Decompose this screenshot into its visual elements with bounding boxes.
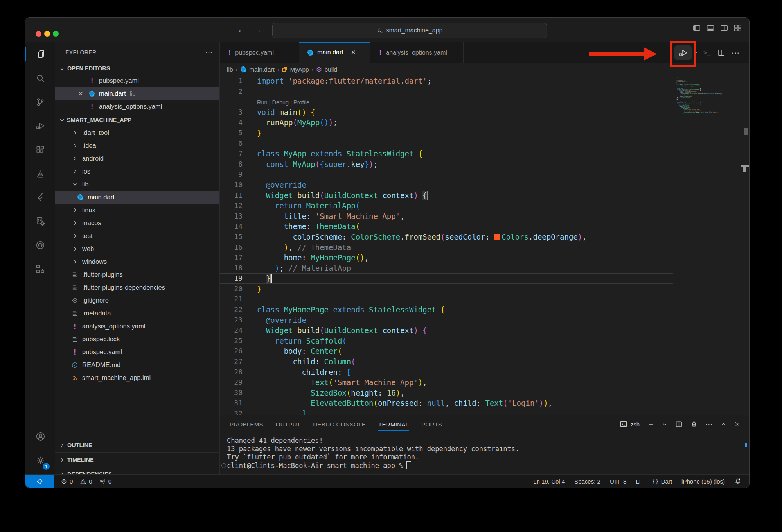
status-warning[interactable]: 0: [80, 478, 92, 485]
file-tree-item[interactable]: .metadata: [55, 307, 219, 320]
status-item-braces[interactable]: {}Dart: [652, 478, 672, 485]
file-tree-item[interactable]: pubspec.lock: [55, 333, 219, 346]
close-tab-icon[interactable]: ✕: [351, 49, 356, 56]
code-line[interactable]: 2: [220, 86, 673, 97]
code-line[interactable]: 5}: [220, 128, 673, 138]
panel-tab-output[interactable]: OUTPUT: [276, 415, 300, 433]
activity-bar-run-and-debug-icon[interactable]: [25, 114, 55, 138]
code-line[interactable]: 26 body: Center(: [220, 346, 673, 356]
code-line[interactable]: 18 ); // MaterialApp: [220, 263, 673, 274]
code-line[interactable]: 3void main() {: [220, 107, 673, 118]
code-editor[interactable]: 1import 'package:flutter/material.dart';…: [220, 76, 749, 415]
breadcrumb-item[interactable]: MyApp: [282, 66, 309, 73]
customize-layout-icon[interactable]: [733, 24, 742, 32]
remote-indicator[interactable]: [25, 475, 54, 488]
split-editor-icon[interactable]: [717, 42, 725, 63]
code-line[interactable]: 27 child: Column(: [220, 356, 673, 367]
project-root-header[interactable]: SMART_MACHINE_APP: [55, 113, 219, 126]
code-line[interactable]: 12 return MaterialApp(: [220, 201, 673, 211]
code-line[interactable]: 16 ), // ThemeData: [220, 242, 673, 253]
new-terminal-icon[interactable]: [647, 421, 654, 428]
file-tree-item[interactable]: macos: [55, 217, 219, 229]
activity-bar-project-runner-icon[interactable]: [25, 209, 55, 233]
zoom-window-button[interactable]: [53, 31, 59, 37]
code-line[interactable]: 20}: [220, 284, 673, 294]
activity-bar-explorer-icon[interactable]: [25, 42, 55, 66]
sidebar-section-timeline[interactable]: TIMELINE: [55, 452, 219, 467]
kill-terminal-icon[interactable]: [690, 421, 698, 428]
code-line[interactable]: 30 SizedBox(height: 16),: [220, 388, 673, 398]
shell-indicator[interactable]: zsh: [620, 420, 640, 428]
tab-pubspec.yaml[interactable]: !pubspec.yaml: [220, 42, 299, 63]
sidebar-section-outline[interactable]: OUTLINE: [55, 438, 219, 452]
editor-more-actions-icon[interactable]: ⋯: [732, 42, 739, 63]
activity-bar-search-icon[interactable]: [25, 66, 55, 90]
activity-bar-testing-icon[interactable]: [25, 161, 55, 185]
file-tree-item[interactable]: ios: [55, 165, 219, 178]
code-line[interactable]: 7class MyApp extends StatelessWidget {: [220, 149, 673, 159]
terminal-prompt[interactable]: clint@Clints-MacBook-Air smart_machine_a…: [227, 461, 749, 470]
file-tree-item[interactable]: .gitignore: [55, 294, 219, 307]
sidebar-more-actions-icon[interactable]: ⋯: [205, 48, 212, 57]
status-item[interactable]: Spaces: 2: [574, 478, 600, 485]
code-line[interactable]: 15 colorScheme: ColorScheme.fromSeed(see…: [220, 232, 673, 242]
file-tree-item[interactable]: linux: [55, 204, 219, 217]
activity-bar-settings-icon[interactable]: 1: [25, 448, 55, 472]
tab-analysis_options.yaml[interactable]: !analysis_options.yaml: [370, 42, 464, 63]
file-tree-item[interactable]: .flutter-plugins: [55, 268, 219, 281]
panel-tab-ports[interactable]: PORTS: [421, 415, 442, 433]
code-line[interactable]: 13 title: 'Smart Machine App',: [220, 211, 673, 222]
activity-bar-extensions-icon[interactable]: [25, 138, 55, 161]
code-line[interactable]: 24 Widget build(BuildContext context) {: [220, 325, 673, 336]
tab-main.dart[interactable]: main.dart✕: [299, 42, 370, 63]
toggle-secondary-sidebar-icon[interactable]: [720, 24, 728, 32]
terminal-output[interactable]: Changed 41 dependencies!13 packages have…: [220, 433, 749, 475]
file-tree-item[interactable]: .idea: [55, 139, 219, 152]
close-editor-icon[interactable]: ✕: [74, 90, 87, 97]
open-editor-item[interactable]: !analysis_options.yaml: [55, 100, 219, 113]
sidebar-section-dependencies[interactable]: DEPENDENCIES: [55, 467, 219, 475]
code-line[interactable]: 8 const MyApp({super.key});: [220, 159, 673, 170]
minimize-window-button[interactable]: [44, 31, 50, 37]
code-line[interactable]: 22class MyHomePage extends StatelessWidg…: [220, 305, 673, 315]
open-editors-header[interactable]: OPEN EDITORS: [55, 63, 219, 74]
split-terminal-icon[interactable]: [675, 421, 683, 428]
codelens[interactable]: Run | Debug | Profile: [220, 97, 673, 107]
minimap[interactable]: import 'package:flutter/material.dart';v…: [676, 77, 741, 114]
code-line[interactable]: 1import 'package:flutter/material.dart';: [220, 76, 673, 86]
breadcrumb-item[interactable]: build: [316, 66, 337, 73]
file-tree-item[interactable]: test: [55, 229, 219, 242]
code-line[interactable]: 10 @override: [220, 180, 673, 190]
file-tree-item[interactable]: web: [55, 242, 219, 255]
navigate-back-icon[interactable]: ←: [236, 24, 248, 36]
code-line[interactable]: 23 @override: [220, 315, 673, 326]
file-tree-item[interactable]: .flutter-plugins-dependencies: [55, 281, 219, 294]
file-tree-item[interactable]: main.dart: [55, 191, 219, 204]
file-tree-item[interactable]: smart_machine_app.iml: [55, 371, 219, 384]
close-window-button[interactable]: [36, 31, 41, 37]
code-line[interactable]: 6: [220, 138, 673, 149]
code-line[interactable]: 19 }: [220, 273, 673, 284]
panel-tab-problems[interactable]: PROBLEMS: [230, 415, 263, 433]
activity-bar-source-control-icon[interactable]: [25, 90, 55, 114]
status-error[interactable]: 0: [61, 478, 73, 485]
activity-bar-references-icon[interactable]: [25, 257, 55, 281]
open-editor-item[interactable]: !pubspec.yaml: [55, 74, 219, 87]
code-line[interactable]: 21: [220, 294, 673, 305]
status-broadcast[interactable]: 0: [99, 478, 111, 485]
panel-tab-debug-console[interactable]: DEBUG CONSOLE: [313, 415, 366, 433]
file-tree-item[interactable]: !pubspec.yaml: [55, 346, 219, 358]
code-line[interactable]: 4 runApp(MyApp());: [220, 117, 673, 128]
open-editor-item[interactable]: ✕main.dartlib: [55, 87, 219, 100]
close-panel-icon[interactable]: [734, 421, 741, 427]
toggle-primary-sidebar-icon[interactable]: [692, 24, 701, 32]
file-tree-item[interactable]: README.md: [55, 358, 219, 371]
panel-tab-terminal[interactable]: TERMINAL: [378, 415, 409, 433]
code-line[interactable]: 11 Widget build(BuildContext context) {: [220, 190, 673, 201]
terminal-dropdown-chevron-icon[interactable]: [662, 422, 667, 427]
file-tree-item[interactable]: .dart_tool: [55, 126, 219, 139]
code-line[interactable]: 25 return Scaffold(: [220, 336, 673, 346]
code-line[interactable]: 14 theme: ThemeData(: [220, 221, 673, 232]
panel-more-actions-icon[interactable]: ⋯: [705, 420, 713, 429]
file-tree-item[interactable]: lib: [55, 178, 219, 191]
